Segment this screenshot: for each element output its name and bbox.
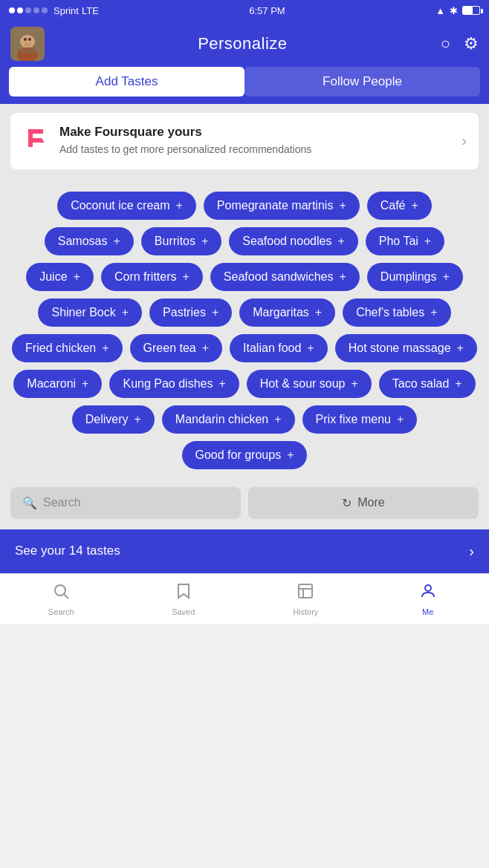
status-left: Sprint LTE xyxy=(9,5,99,16)
nav-me[interactable]: Me xyxy=(367,582,490,616)
status-bar: Sprint LTE 6:57 PM ▲ ✱ xyxy=(0,0,489,21)
taste-tag[interactable]: Macaroni+ xyxy=(13,370,102,398)
dot-5 xyxy=(42,7,48,13)
add-taste-icon: + xyxy=(339,199,346,212)
dot-1 xyxy=(9,7,15,13)
taste-tag-label: Pho Tai xyxy=(379,235,418,248)
signal-dots xyxy=(9,7,48,13)
taste-tag[interactable]: Taco salad+ xyxy=(379,370,476,398)
taste-tag-label: Café xyxy=(380,199,406,212)
taste-tag-label: Dumplings xyxy=(380,270,437,284)
svg-point-13 xyxy=(425,585,431,591)
promo-chevron-icon: › xyxy=(462,132,467,149)
taste-tag[interactable]: Hot stone massage+ xyxy=(335,334,477,362)
add-taste-icon: + xyxy=(122,306,129,319)
svg-line-9 xyxy=(65,595,69,599)
add-taste-icon: + xyxy=(176,199,183,212)
taste-tag[interactable]: Pomegranate martinis+ xyxy=(204,192,360,220)
taste-tag[interactable]: Juice+ xyxy=(26,263,94,291)
add-taste-icon: + xyxy=(397,413,404,426)
header-icons: ○ ⚙ xyxy=(441,34,479,53)
carrier-label: Sprint xyxy=(54,5,79,16)
add-taste-icon: + xyxy=(412,199,418,212)
taste-tag[interactable]: Hot & sour soup+ xyxy=(247,370,372,398)
bluetooth-icon: ✱ xyxy=(450,5,458,16)
taste-tag[interactable]: Good for groups+ xyxy=(182,441,308,469)
page-title: Personalize xyxy=(198,34,287,53)
taste-tag-label: Mandarin chicken xyxy=(175,413,268,426)
nav-saved[interactable]: Saved xyxy=(123,582,245,616)
taste-tag[interactable]: Samosas+ xyxy=(45,227,134,255)
add-taste-icon: + xyxy=(74,270,80,284)
avatar[interactable] xyxy=(10,27,45,61)
taste-tag[interactable]: Mandarin chicken+ xyxy=(162,405,295,434)
taste-tag[interactable]: Seafood noodles+ xyxy=(229,227,357,255)
taste-tag[interactable]: Café+ xyxy=(367,192,432,220)
chat-icon[interactable]: ○ xyxy=(441,34,450,53)
taste-tag[interactable]: Coconut ice cream+ xyxy=(57,192,196,220)
battery-icon xyxy=(462,6,480,15)
taste-tag-label: Hot & sour soup xyxy=(260,377,346,391)
see-tastes-banner[interactable]: See your 14 tastes › xyxy=(0,529,489,573)
taste-tag[interactable]: Corn fritters+ xyxy=(101,263,203,291)
nav-me-label: Me xyxy=(422,607,433,616)
add-taste-icon: + xyxy=(274,413,281,426)
taste-tag[interactable]: Shiner Bock+ xyxy=(38,298,142,327)
add-taste-icon: + xyxy=(212,306,218,319)
add-taste-icon: + xyxy=(307,342,314,355)
taste-tag[interactable]: Prix fixe menu+ xyxy=(302,405,418,434)
add-taste-icon: + xyxy=(134,413,140,426)
taste-tag-label: Delivery xyxy=(85,413,129,426)
add-taste-icon: + xyxy=(340,270,346,284)
nav-history[interactable]: History xyxy=(244,582,367,616)
taste-tag[interactable]: Pastries+ xyxy=(149,298,232,327)
search-more-area: 🔍 Search ↻ More xyxy=(0,480,489,529)
nav-search[interactable]: Search xyxy=(0,582,123,616)
nav-history-label: History xyxy=(293,607,318,616)
tabs: Add Tastes Follow People xyxy=(0,67,489,104)
add-taste-icon: + xyxy=(442,270,449,284)
refresh-icon: ↻ xyxy=(342,496,352,510)
battery-fill xyxy=(463,7,473,14)
add-taste-icon: + xyxy=(315,306,322,319)
taste-tag[interactable]: Pho Tai+ xyxy=(366,227,444,255)
add-taste-icon: + xyxy=(352,377,358,391)
add-taste-icon: + xyxy=(202,342,209,355)
taste-tag[interactable]: Margaritas+ xyxy=(239,298,335,327)
taste-tag-label: Macaroni xyxy=(27,377,76,391)
add-taste-icon: + xyxy=(430,306,437,319)
search-box[interactable]: 🔍 Search xyxy=(10,487,241,519)
taste-tag-label: Fried chicken xyxy=(25,342,96,355)
add-taste-icon: + xyxy=(218,377,225,391)
nav-search-label: Search xyxy=(48,607,74,616)
taste-tag[interactable]: Delivery+ xyxy=(72,405,155,434)
add-taste-icon: + xyxy=(337,235,344,248)
taste-tag[interactable]: Italian food+ xyxy=(230,334,328,362)
tab-add-tastes[interactable]: Add Tastes xyxy=(9,67,244,97)
taste-tag[interactable]: Burritos+ xyxy=(141,227,221,255)
bottom-nav: Search Saved History Me xyxy=(0,573,489,624)
add-taste-icon: + xyxy=(455,377,462,391)
taste-tag-label: Burritos xyxy=(155,235,195,248)
taste-tag[interactable]: Seafood sandwiches+ xyxy=(210,263,360,291)
taste-tag[interactable]: Green tea+ xyxy=(130,334,223,362)
network-label: LTE xyxy=(82,5,99,16)
nav-saved-icon xyxy=(175,582,192,604)
taste-tag[interactable]: Fried chicken+ xyxy=(12,334,123,362)
promo-description: Add tastes to get more personalized reco… xyxy=(59,143,311,157)
add-taste-icon: + xyxy=(114,235,120,248)
taste-tag-label: Juice xyxy=(39,270,67,284)
tab-follow-people[interactable]: Follow People xyxy=(244,67,480,97)
taste-tag[interactable]: Dumplings+ xyxy=(367,263,463,291)
header: Personalize ○ ⚙ xyxy=(0,21,489,67)
nav-history-icon xyxy=(297,582,314,604)
more-button[interactable]: ↻ More xyxy=(248,487,479,519)
taste-tag[interactable]: Chef's tables+ xyxy=(343,298,450,327)
taste-tag[interactable]: Kung Pao dishes+ xyxy=(109,370,239,398)
tastes-area: Coconut ice cream+Pomegranate martinis+C… xyxy=(0,178,489,480)
taste-tag-label: Seafood noodles xyxy=(242,235,331,248)
settings-icon[interactable]: ⚙ xyxy=(464,34,479,53)
foursquare-logo xyxy=(22,125,49,151)
taste-tag-label: Coconut ice cream xyxy=(71,199,169,212)
nav-me-icon xyxy=(419,582,437,604)
